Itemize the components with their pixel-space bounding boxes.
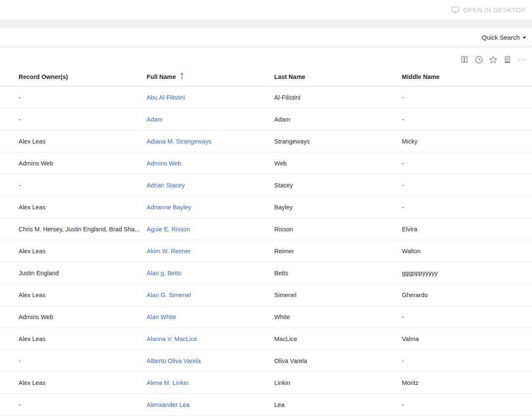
last-name-cell: Reimer bbox=[274, 248, 402, 255]
table-row: Alex Leas Adiana M. Strangeways Strangew… bbox=[0, 130, 532, 152]
full-name-link[interactable]: Aguie E. Risson bbox=[147, 226, 190, 233]
record-owner-cell: - bbox=[19, 358, 147, 364]
middle-name-cell: - bbox=[402, 182, 532, 189]
record-owner-cell: Alex Leas bbox=[19, 336, 147, 342]
last-name-cell: Adam bbox=[274, 116, 402, 123]
full-name-cell: Adiana M. Strangeways bbox=[147, 138, 274, 145]
last-name-cell: Risson bbox=[274, 226, 402, 233]
full-name-cell: Aguie E. Risson bbox=[147, 226, 274, 233]
full-name-link[interactable]: Adam bbox=[147, 116, 163, 123]
table-row: Admins Web Alan White White - bbox=[0, 306, 532, 328]
quick-search-bar: Quick Search bbox=[0, 28, 532, 47]
record-owner-cell: Admins Web bbox=[19, 314, 147, 320]
middle-name-cell: - bbox=[402, 160, 532, 167]
full-name-link[interactable]: Adiana M. Strangeways bbox=[147, 138, 211, 145]
last-name-cell: Lea bbox=[274, 401, 402, 408]
full-name-link[interactable]: Alan G. Simenel bbox=[147, 292, 191, 298]
column-header-last-name[interactable]: Last Name bbox=[274, 73, 402, 80]
record-owner-cell: Chris M. Hersey, Justin England, Brad Sh… bbox=[19, 226, 147, 233]
full-name-link[interactable]: Alan g. Betts bbox=[147, 270, 181, 276]
record-owner-cell: Admins Web bbox=[19, 160, 147, 167]
table-row: Alex Leas Alanna V. MacLice MacLice Valm… bbox=[0, 328, 532, 350]
middle-name-cell: Gherardo bbox=[402, 292, 532, 298]
notes-document-icon[interactable] bbox=[503, 55, 512, 64]
list-toolbar bbox=[0, 47, 532, 65]
middle-name-cell: Micky bbox=[402, 138, 532, 145]
last-name-cell: MacLice bbox=[274, 336, 402, 342]
last-name-cell: Stacey bbox=[274, 182, 402, 189]
column-header-full-name[interactable]: Full Name bbox=[147, 73, 274, 80]
last-name-cell: Oliva Varela bbox=[274, 358, 402, 364]
middle-name-cell: Elvira bbox=[402, 226, 532, 233]
full-name-link[interactable]: Alan White bbox=[147, 314, 176, 320]
more-ellipsis-icon[interactable] bbox=[517, 55, 527, 64]
record-owner-cell: Alex Leas bbox=[19, 204, 147, 211]
table-row: Admins Web Admins Web Web - bbox=[0, 152, 532, 174]
last-name-cell: Bayley bbox=[274, 204, 402, 211]
middle-name-cell: - bbox=[402, 204, 532, 211]
full-name-link[interactable]: Alena M. Linkin bbox=[147, 379, 188, 386]
record-owner-cell: Alex Leas bbox=[19, 138, 147, 145]
middle-name-cell: - bbox=[402, 314, 532, 320]
full-name-cell: Alenxander Lea bbox=[147, 401, 274, 408]
full-name-link[interactable]: Alanna V. MacLice bbox=[147, 336, 197, 342]
history-clock-icon[interactable] bbox=[474, 55, 483, 64]
table-row: - Abu Al-Filistini Al-Filistini - bbox=[0, 87, 532, 108]
middle-name-cell: - bbox=[402, 116, 532, 123]
full-name-cell: Alan g. Betts bbox=[147, 270, 274, 276]
table-row: Chris M. Hersey, Justin England, Brad Sh… bbox=[0, 218, 532, 240]
middle-name-cell: Moritz bbox=[402, 379, 532, 386]
columns-icon[interactable] bbox=[460, 55, 469, 64]
last-name-cell: Betts bbox=[274, 270, 402, 276]
middle-name-cell: Walton bbox=[402, 248, 532, 255]
full-name-link[interactable]: Alenxander Lea bbox=[147, 401, 190, 408]
table-row: Alex Leas Alan G. Simenel Simenel Gherar… bbox=[0, 284, 532, 306]
last-name-cell: Strangeways bbox=[274, 138, 402, 145]
full-name-cell: Abu Al-Filistini bbox=[147, 94, 274, 101]
table-row: Alex Leas Akim W. Reimer Reimer Walton bbox=[0, 240, 532, 262]
record-owner-cell: - bbox=[19, 116, 147, 123]
middle-name-cell: - bbox=[402, 401, 532, 408]
open-in-desktop-button[interactable]: OPEN IN DESKTOP bbox=[451, 6, 526, 14]
sort-ascending-arrow-icon bbox=[180, 73, 184, 80]
table-row: - Alenxander Lea Lea - bbox=[0, 394, 532, 416]
top-bar: OPEN IN DESKTOP bbox=[0, 0, 532, 20]
full-name-cell: Adrianne Bayley bbox=[147, 204, 274, 211]
middle-name-cell: gggpppyyyyy bbox=[402, 270, 532, 276]
records-table: Record Owner(s) Full Name Last Name Midd… bbox=[0, 67, 532, 416]
star-icon[interactable] bbox=[488, 55, 498, 64]
monitor-icon bbox=[451, 6, 459, 14]
table-row: Alex Leas Adrianne Bayley Bayley - bbox=[0, 196, 532, 218]
full-name-cell: Alan White bbox=[147, 314, 274, 320]
full-name-cell: Alan G. Simenel bbox=[147, 292, 274, 298]
table-body: - Abu Al-Filistini Al-Filistini - - Adam… bbox=[0, 87, 532, 416]
quick-search-label: Quick Search bbox=[482, 34, 520, 41]
full-name-cell: Alanna V. MacLice bbox=[147, 336, 274, 342]
full-name-link[interactable]: Abu Al-Filistini bbox=[147, 94, 185, 101]
full-name-cell: Admins Web bbox=[147, 160, 274, 167]
quick-search-dropdown[interactable]: Quick Search bbox=[482, 34, 526, 41]
record-owner-cell: Justin England bbox=[19, 270, 147, 276]
column-header-record-owners[interactable]: Record Owner(s) bbox=[19, 73, 147, 80]
open-in-desktop-label: OPEN IN DESKTOP bbox=[463, 6, 526, 14]
full-name-link[interactable]: Adrian Stacey bbox=[147, 182, 185, 189]
full-name-link[interactable]: Admins Web bbox=[147, 160, 181, 167]
caret-down-icon bbox=[523, 37, 526, 39]
record-owner-cell: - bbox=[19, 401, 147, 408]
full-name-link[interactable]: Alberto Oliva Varela bbox=[147, 358, 201, 364]
last-name-cell: Web bbox=[274, 160, 402, 167]
middle-name-cell: - bbox=[402, 94, 532, 101]
record-owner-cell: - bbox=[19, 94, 147, 101]
full-name-link[interactable]: Adrianne Bayley bbox=[147, 204, 191, 211]
full-name-link[interactable]: Akim W. Reimer bbox=[147, 248, 191, 255]
record-owner-cell: - bbox=[19, 182, 147, 189]
full-name-cell: Alena M. Linkin bbox=[147, 379, 274, 386]
column-header-middle-name[interactable]: Middle Name bbox=[402, 73, 532, 80]
table-row: - Alberto Oliva Varela Oliva Varela - bbox=[0, 350, 532, 372]
last-name-cell: Al-Filistini bbox=[274, 94, 402, 101]
last-name-cell: White bbox=[274, 314, 402, 320]
full-name-cell: Adrian Stacey bbox=[147, 182, 274, 189]
full-name-cell: Adam bbox=[147, 116, 274, 123]
full-name-cell: Akim W. Reimer bbox=[147, 248, 274, 255]
record-owner-cell: Alex Leas bbox=[19, 379, 147, 386]
